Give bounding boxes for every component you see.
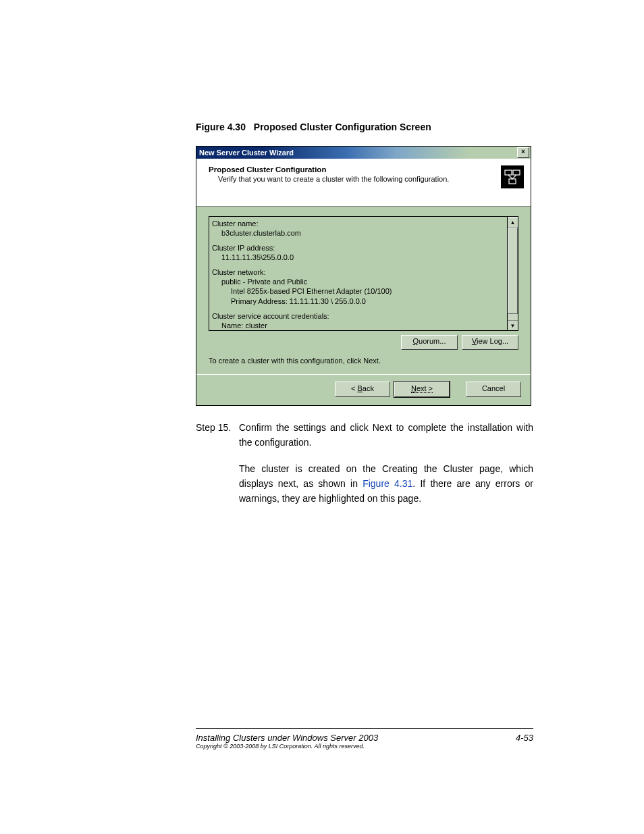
instruction-text: To create a cluster with this configurat… [209, 357, 518, 365]
credentials-name: Name: cluster [221, 321, 504, 330]
wizard-body: Cluster name: b3cluster.clusterlab.com C… [196, 207, 531, 374]
wizard-nav-bar: < Back Next > Cancel [196, 374, 531, 405]
scrollbar[interactable]: ▲ ▼ [507, 216, 518, 331]
footer-page-number: 4-53 [516, 733, 533, 743]
cancel-button[interactable]: Cancel [466, 382, 521, 397]
figure-link[interactable]: Figure 4.31 [363, 478, 412, 489]
cluster-network-label: Cluster network: [212, 267, 504, 277]
cluster-name-label: Cluster name: [212, 219, 504, 228]
scroll-down-button[interactable]: ▼ [508, 320, 518, 330]
cluster-icon [501, 165, 524, 188]
figure-title: Proposed Cluster Configuration Screen [254, 122, 431, 132]
cluster-network-value: public - Private and Public [221, 277, 504, 286]
step-15: Step 15. Confirm the settings and click … [196, 421, 533, 450]
next-button[interactable]: Next > [394, 382, 450, 397]
scroll-thumb[interactable] [508, 228, 518, 314]
scroll-track[interactable] [508, 228, 518, 320]
wizard-dialog: New Server Cluster Wizard × Proposed Clu… [196, 146, 531, 406]
back-button[interactable]: < Back [335, 382, 390, 397]
followup-paragraph: The cluster is created on the Creating t… [239, 462, 533, 506]
config-text-area[interactable]: Cluster name: b3cluster.clusterlab.com C… [209, 216, 507, 331]
cluster-ip-label: Cluster IP address: [212, 243, 504, 253]
wizard-header-subtitle: Verify that you want to create a cluster… [218, 175, 522, 183]
step-label: Step 15. [196, 421, 239, 450]
step-text: Confirm the settings and click Next to c… [239, 421, 533, 450]
quorum-button[interactable]: Quorum... [401, 335, 458, 350]
chevron-down-icon: ▼ [510, 323, 516, 329]
page-footer: Installing Clusters under Windows Server… [196, 728, 533, 743]
cluster-primary-address: Primary Address: 11.11.11.30 \ 255.0.0.0 [231, 296, 504, 306]
action-button-row: Quorum... View Log... [209, 335, 518, 350]
view-log-button[interactable]: View Log... [462, 335, 518, 350]
close-icon: × [521, 148, 525, 155]
scroll-up-button[interactable]: ▲ [508, 217, 518, 228]
wizard-header: Proposed Cluster Configuration Verify th… [196, 159, 531, 207]
chevron-up-icon: ▲ [510, 219, 516, 226]
cluster-name-value: b3cluster.clusterlab.com [221, 228, 504, 238]
config-panel: Cluster name: b3cluster.clusterlab.com C… [209, 216, 518, 331]
footer-section-title: Installing Clusters under Windows Server… [196, 733, 378, 743]
copyright: Copyright © 2003-2008 by LSI Corporation… [196, 743, 365, 750]
svg-rect-0 [501, 165, 524, 188]
wizard-header-title: Proposed Cluster Configuration [209, 165, 522, 174]
credentials-password: Password: *************** [221, 330, 504, 331]
close-button[interactable]: × [517, 147, 529, 158]
cluster-ip-value: 11.11.11.35\255.0.0.0 [221, 253, 504, 262]
titlebar: New Server Cluster Wizard × [196, 147, 531, 159]
window-title: New Server Cluster Wizard [199, 149, 294, 157]
credentials-label: Cluster service account credentials: [212, 311, 504, 321]
figure-number: Figure 4.30 [196, 122, 246, 132]
cluster-adapter-value: Intel 8255x-based PCI Ethernet Adapter (… [231, 286, 504, 296]
figure-caption: Figure 4.30 Proposed Cluster Configurati… [196, 122, 533, 132]
